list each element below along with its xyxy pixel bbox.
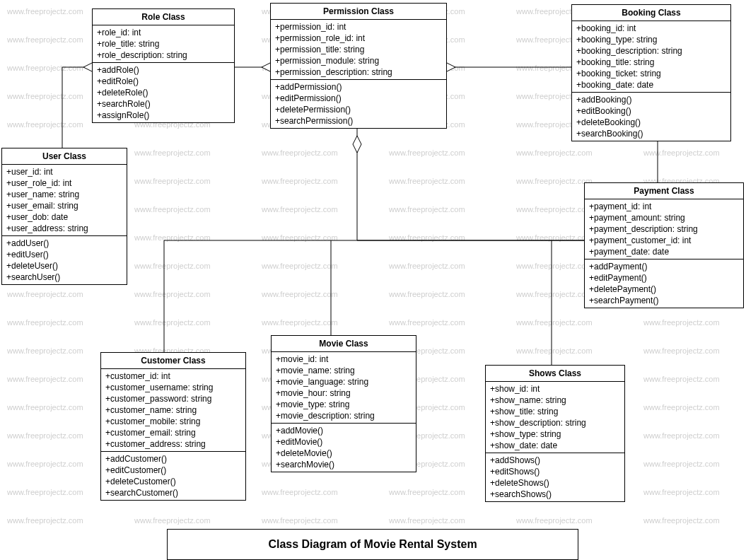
class-shows-title: Shows Class — [486, 366, 624, 382]
class-member: +searchUser() — [6, 272, 122, 283]
class-member: +deleteRole() — [97, 87, 230, 98]
watermark-text: www.freeprojectz.com — [7, 346, 83, 355]
class-customer-ops: +addCustomer()+editCustomer()+deleteCust… — [101, 452, 245, 500]
class-member: +searchShows() — [490, 489, 620, 500]
class-member: +booking_date: date — [576, 79, 726, 91]
class-payment-title: Payment Class — [585, 183, 743, 199]
watermark-text: www.freeprojectz.com — [516, 290, 593, 298]
watermark-text: www.freeprojectz.com — [643, 403, 720, 412]
class-customer-attrs: +customer_id: int+customer_username: str… — [101, 369, 245, 452]
watermark-text: www.freeprojectz.com — [389, 177, 465, 185]
class-member: +booking_type: string — [576, 34, 726, 45]
watermark-text: www.freeprojectz.com — [7, 318, 83, 327]
class-member: +assignRole() — [97, 110, 230, 121]
class-member: +customer_email: string — [105, 427, 241, 438]
class-permission-attrs: +permission_id: int+permission_role_id: … — [271, 20, 446, 80]
class-member: +searchPayment() — [589, 295, 739, 306]
class-member: +payment_amount: string — [589, 212, 739, 223]
watermark-text: www.freeprojectz.com — [7, 431, 83, 440]
diagram-title: Class Diagram of Movie Rental System — [167, 529, 578, 560]
watermark-text: www.freeprojectz.com — [7, 403, 83, 412]
watermark-text: www.freeprojectz.com — [7, 120, 83, 129]
watermark-text: www.freeprojectz.com — [7, 516, 83, 525]
watermark-text: www.freeprojectz.com — [389, 318, 465, 327]
class-user: User Class +user_id: int+user_role_id: i… — [1, 148, 127, 285]
class-member: +booking_description: string — [576, 45, 726, 57]
class-shows-attrs: +show_id: int+show_name: string+show_tit… — [486, 382, 624, 453]
watermark-text: www.freeprojectz.com — [643, 375, 720, 383]
watermark-text: www.freeprojectz.com — [389, 233, 465, 242]
class-member: +addBooking() — [576, 94, 726, 105]
class-customer: Customer Class +customer_id: int+custome… — [100, 352, 246, 501]
class-member: +show_title: string — [490, 406, 620, 417]
class-member: +show_type: string — [490, 428, 620, 440]
class-member: +deleteShows() — [490, 477, 620, 489]
class-permission-title: Permission Class — [271, 4, 446, 20]
watermark-text: www.freeprojectz.com — [262, 177, 338, 185]
watermark-text: www.freeprojectz.com — [262, 488, 338, 496]
watermark-text: www.freeprojectz.com — [7, 460, 83, 468]
class-member: +role_id: int — [97, 27, 230, 38]
class-member: +searchRole() — [97, 98, 230, 110]
watermark-text: www.freeprojectz.com — [516, 233, 593, 242]
watermark-text: www.freeprojectz.com — [134, 262, 211, 270]
class-permission: Permission Class +permission_id: int+per… — [270, 3, 447, 129]
class-member: +deleteUser() — [6, 260, 122, 272]
class-movie-title: Movie Class — [272, 336, 416, 352]
watermark-text: www.freeprojectz.com — [7, 375, 83, 383]
class-member: +customer_username: string — [105, 382, 241, 393]
class-member: +show_name: string — [490, 395, 620, 406]
watermark-text: www.freeprojectz.com — [643, 346, 720, 355]
watermark-text: www.freeprojectz.com — [7, 488, 83, 496]
class-payment: Payment Class +payment_id: int+payment_a… — [584, 182, 744, 308]
watermark-text: www.freeprojectz.com — [7, 35, 83, 44]
class-payment-ops: +addPayment()+editPayment()+deletePaymen… — [585, 259, 743, 308]
watermark-text: www.freeprojectz.com — [389, 262, 465, 270]
class-role-attrs: +role_id: int+role_title: string+role_de… — [93, 25, 234, 63]
class-member: +payment_description: string — [589, 223, 739, 235]
class-role-ops: +addRole()+editRole()+deleteRole()+searc… — [93, 63, 234, 122]
class-member: +show_description: string — [490, 417, 620, 428]
class-member: +movie_id: int — [276, 354, 412, 365]
class-member: +permission_description: string — [275, 66, 442, 78]
class-member: +booking_title: string — [576, 57, 726, 68]
class-member: +payment_customer_id: int — [589, 235, 739, 246]
watermark-text: www.freeprojectz.com — [516, 205, 593, 214]
watermark-text: www.freeprojectz.com — [643, 318, 720, 327]
class-member: +editMovie() — [276, 436, 412, 448]
watermark-text: www.freeprojectz.com — [389, 516, 465, 525]
watermark-text: www.freeprojectz.com — [516, 148, 593, 157]
class-member: +customer_password: string — [105, 393, 241, 404]
class-booking-title: Booking Class — [572, 5, 730, 21]
watermark-text: www.freeprojectz.com — [516, 177, 593, 185]
class-member: +movie_hour: string — [276, 387, 412, 399]
class-movie-attrs: +movie_id: int+movie_name: string+movie_… — [272, 352, 416, 424]
class-payment-attrs: +payment_id: int+payment_amount: string+… — [585, 199, 743, 259]
class-member: +customer_address: string — [105, 438, 241, 450]
class-member: +user_email: string — [6, 200, 122, 211]
class-user-title: User Class — [2, 148, 127, 165]
class-member: +deleteMovie() — [276, 448, 412, 459]
watermark-text: www.freeprojectz.com — [643, 516, 720, 525]
watermark-text: www.freeprojectz.com — [134, 318, 211, 327]
watermark-text: www.freeprojectz.com — [134, 205, 211, 214]
watermark-text: www.freeprojectz.com — [134, 148, 211, 157]
watermark-text: www.freeprojectz.com — [389, 488, 465, 496]
class-member: +editPayment() — [589, 272, 739, 284]
class-member: +editShows() — [490, 466, 620, 477]
watermark-text: www.freeprojectz.com — [262, 318, 338, 327]
class-member: +addPayment() — [589, 261, 739, 272]
watermark-text: www.freeprojectz.com — [643, 431, 720, 440]
class-member: +role_title: string — [97, 38, 230, 49]
svg-marker-3 — [353, 136, 361, 153]
class-member: +payment_id: int — [589, 201, 739, 212]
class-movie: Movie Class +movie_id: int+movie_name: s… — [271, 335, 416, 472]
class-member: +movie_description: string — [276, 410, 412, 421]
watermark-text: www.freeprojectz.com — [7, 290, 83, 298]
class-member: +user_address: string — [6, 223, 122, 234]
class-role-title: Role Class — [93, 9, 234, 25]
watermark-text: www.freeprojectz.com — [134, 177, 211, 185]
watermark-text: www.freeprojectz.com — [516, 262, 593, 270]
watermark-text: www.freeprojectz.com — [7, 64, 83, 72]
class-member: +searchCustomer() — [105, 487, 241, 498]
